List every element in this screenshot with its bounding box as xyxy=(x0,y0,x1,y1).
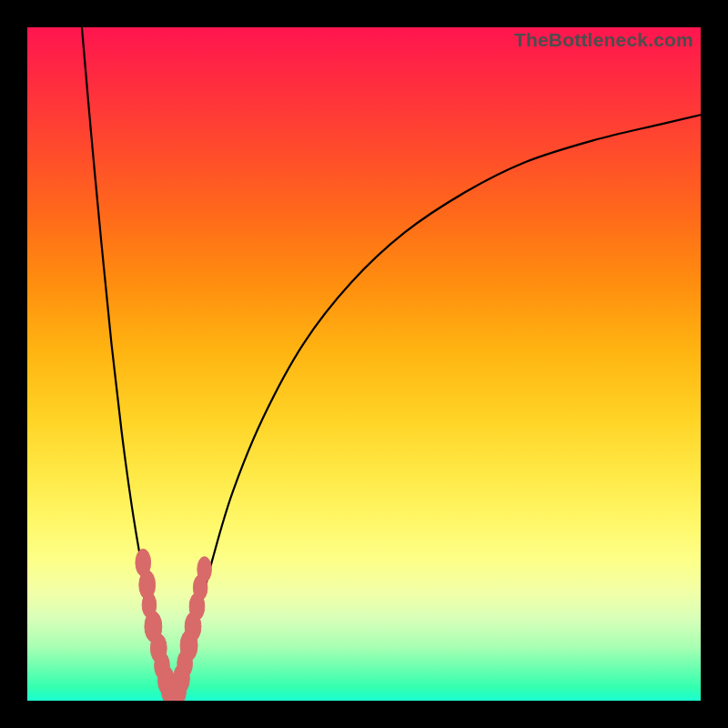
highlight-point xyxy=(197,557,212,582)
chart-svg xyxy=(27,27,701,701)
outer-frame: TheBottleneck.com xyxy=(0,0,728,728)
left-curve xyxy=(82,27,172,693)
watermark-text: TheBottleneck.com xyxy=(514,29,693,51)
right-curve xyxy=(175,115,701,693)
plot-area: TheBottleneck.com xyxy=(27,27,701,701)
highlight-blobs xyxy=(136,549,211,701)
